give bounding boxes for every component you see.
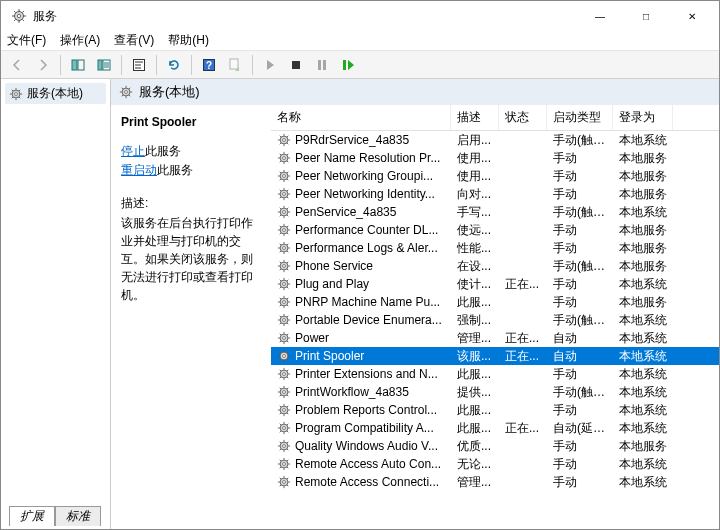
back-button[interactable]: [5, 54, 29, 76]
svg-rect-27: [343, 60, 346, 70]
service-row[interactable]: PNRP Machine Name Pu...此服...手动本地服务: [271, 293, 719, 311]
service-row[interactable]: PenService_4a835手写...手动(触发...本地系统: [271, 203, 719, 221]
pause-service-button[interactable]: [310, 54, 334, 76]
service-row[interactable]: Performance Counter DL...使远...手动本地服务: [271, 221, 719, 239]
service-name: Peer Networking Identity...: [295, 187, 435, 201]
service-startup: 手动: [547, 168, 613, 185]
service-desc: 提供...: [451, 384, 499, 401]
refresh-button[interactable]: [162, 54, 186, 76]
service-desc: 管理...: [451, 474, 499, 491]
col-name[interactable]: 名称: [271, 105, 451, 130]
service-row[interactable]: Portable Device Enumera...强制...手动(触发...本…: [271, 311, 719, 329]
forward-button[interactable]: [31, 54, 55, 76]
gear-icon: [277, 187, 291, 201]
service-startup: 手动: [547, 366, 613, 383]
service-desc: 使远...: [451, 222, 499, 239]
menu-view[interactable]: 查看(V): [114, 32, 154, 49]
service-startup: 手动(触发...: [547, 258, 613, 275]
maximize-button[interactable]: □: [623, 1, 669, 31]
service-row[interactable]: P9RdrService_4a835启用...手动(触发...本地系统: [271, 131, 719, 149]
col-desc[interactable]: 描述: [451, 105, 499, 130]
service-startup: 手动(触发...: [547, 204, 613, 221]
col-startup[interactable]: 启动类型: [547, 105, 613, 130]
service-desc: 手写...: [451, 204, 499, 221]
svg-rect-24: [292, 61, 300, 69]
gear-icon: [277, 331, 291, 345]
service-logon: 本地服务: [613, 222, 673, 239]
restart-link[interactable]: 重启动: [121, 163, 157, 177]
service-row[interactable]: Plug and Play使计...正在...手动本地系统: [271, 275, 719, 293]
list-body[interactable]: P9RdrService_4a835启用...手动(触发...本地系统Peer …: [271, 131, 719, 529]
stop-service-button[interactable]: [284, 54, 308, 76]
service-row[interactable]: Phone Service在设...手动(触发...本地服务: [271, 257, 719, 275]
gear-icon: [277, 223, 291, 237]
stop-link[interactable]: 停止: [121, 144, 145, 158]
service-logon: 本地服务: [613, 294, 673, 311]
service-logon: 本地系统: [613, 420, 673, 437]
service-row[interactable]: Peer Networking Identity...向对...手动本地服务: [271, 185, 719, 203]
restart-service-button[interactable]: [336, 54, 360, 76]
tree-root-item[interactable]: 服务(本地): [5, 83, 106, 104]
menu-file[interactable]: 文件(F): [7, 32, 46, 49]
service-status: 正在...: [499, 420, 547, 437]
service-row[interactable]: Remote Access Connecti...管理...手动本地系统: [271, 473, 719, 491]
service-row[interactable]: Print Spooler该服...正在...自动本地系统: [271, 347, 719, 365]
description-text: 该服务在后台执行打印作业并处理与打印机的交互。如果关闭该服务，则无法进行打印或查…: [121, 214, 261, 304]
service-desc: 此服...: [451, 420, 499, 437]
tab-extended[interactable]: 扩展: [9, 506, 55, 526]
service-row[interactable]: Performance Logs & Aler...性能...手动本地服务: [271, 239, 719, 257]
service-name: Performance Logs & Aler...: [295, 241, 438, 255]
service-row[interactable]: Power管理...正在...自动本地系统: [271, 329, 719, 347]
show-hide-tree-button[interactable]: [66, 54, 90, 76]
service-row[interactable]: Peer Networking Groupi...使用...手动本地服务: [271, 167, 719, 185]
pane-heading: 服务(本地): [139, 83, 200, 101]
service-startup: 手动(触发...: [547, 132, 613, 149]
close-button[interactable]: ✕: [669, 1, 715, 31]
svg-rect-11: [78, 60, 84, 70]
service-row[interactable]: Printer Extensions and N...此服...手动本地系统: [271, 365, 719, 383]
gear-icon: [277, 421, 291, 435]
properties-button[interactable]: [127, 54, 151, 76]
minimize-button[interactable]: —: [577, 1, 623, 31]
tree-root-label: 服务(本地): [27, 85, 83, 102]
service-startup: 手动: [547, 438, 613, 455]
service-logon: 本地系统: [613, 402, 673, 419]
gear-icon: [119, 85, 133, 99]
app-icon: [11, 8, 27, 24]
service-row[interactable]: Quality Windows Audio V...优质...手动本地服务: [271, 437, 719, 455]
start-service-button[interactable]: [258, 54, 282, 76]
tab-standard[interactable]: 标准: [55, 506, 101, 526]
export-button[interactable]: [223, 54, 247, 76]
service-name: PNRP Machine Name Pu...: [295, 295, 440, 309]
col-logon[interactable]: 登录为: [613, 105, 673, 130]
service-desc: 此服...: [451, 294, 499, 311]
menu-action[interactable]: 操作(A): [60, 32, 100, 49]
menu-bar: 文件(F) 操作(A) 查看(V) 帮助(H): [1, 31, 719, 51]
export-list-button[interactable]: [92, 54, 116, 76]
service-row[interactable]: PrintWorkflow_4a835提供...手动(触发...本地系统: [271, 383, 719, 401]
window-title: 服务: [33, 8, 577, 25]
menu-help[interactable]: 帮助(H): [168, 32, 209, 49]
col-status[interactable]: 状态: [499, 105, 547, 130]
svg-rect-26: [323, 60, 326, 70]
gear-icon: [277, 277, 291, 291]
service-startup: 手动(触发...: [547, 384, 613, 401]
help-button[interactable]: ?: [197, 54, 221, 76]
service-name: Printer Extensions and N...: [295, 367, 438, 381]
service-startup: 手动: [547, 456, 613, 473]
service-row[interactable]: Remote Access Auto Con...无论...手动本地系统: [271, 455, 719, 473]
gear-icon: [277, 295, 291, 309]
service-desc: 使用...: [451, 168, 499, 185]
service-name: Quality Windows Audio V...: [295, 439, 438, 453]
toolbar: ?: [1, 51, 719, 79]
svg-rect-10: [72, 60, 77, 70]
service-row[interactable]: Problem Reports Control...此服...手动本地系统: [271, 401, 719, 419]
title-bar: 服务 — □ ✕: [1, 1, 719, 31]
service-desc: 管理...: [451, 330, 499, 347]
service-status: 正在...: [499, 348, 547, 365]
service-desc: 使计...: [451, 276, 499, 293]
service-row[interactable]: Peer Name Resolution Pr...使用...手动本地服务: [271, 149, 719, 167]
service-logon: 本地服务: [613, 438, 673, 455]
service-row[interactable]: Program Compatibility A...此服...正在...自动(延…: [271, 419, 719, 437]
service-name: Print Spooler: [295, 349, 364, 363]
